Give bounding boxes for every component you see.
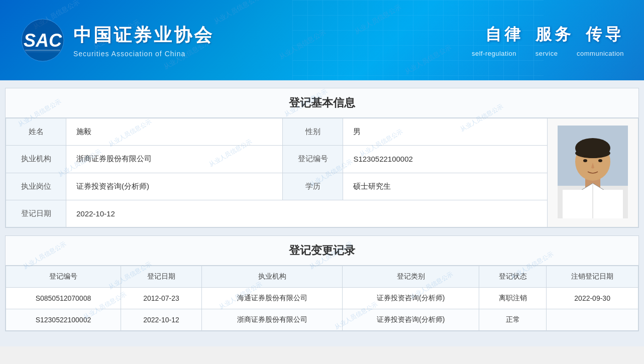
svg-point-10 <box>583 159 587 162</box>
col-reg-date: 登记日期 <box>121 266 201 288</box>
label-reg-no: 登记编号 <box>283 146 343 173</box>
value-institution: 浙商证券股份有限公司 <box>66 146 283 173</box>
change-records-section: 从业人员信息公示 从业人员信息公示 从业人员信息公示 从业人员信息公示 从业人员… <box>5 235 639 331</box>
value-position: 证券投资咨询(分析师) <box>66 173 283 200</box>
label-reg-date: 登记日期 <box>6 200 66 227</box>
table-cell: 2022-09-30 <box>547 288 638 309</box>
table-row: 执业岗位 证券投资咨询(分析师) 学历 硕士研究生 <box>6 173 638 200</box>
table-row: S12305221000022022-10-12浙商证券股份有限公司证券投资咨询… <box>6 309 638 331</box>
person-photo <box>558 126 628 218</box>
photo-cell <box>548 118 638 227</box>
label-gender: 性别 <box>283 118 343 146</box>
org-name-en: Securities Association of China <box>73 50 214 58</box>
label-education: 学历 <box>283 173 343 200</box>
table-row: S08505120700082012-07-23海通证券股份有限公司证券投资咨询… <box>6 288 638 309</box>
svg-point-11 <box>598 159 602 162</box>
value-gender: 男 <box>343 118 548 146</box>
watermark-item: 从业人员信息公示 <box>212 0 262 27</box>
label-institution: 执业机构 <box>6 146 66 173</box>
table-header-row: 登记编号 登记日期 执业机构 登记类别 登记状态 注销登记日期 <box>6 266 638 288</box>
slogan-en: self-regulation service communication <box>472 50 624 57</box>
svg-text:SAC: SAC <box>24 30 62 51</box>
records-table: 登记编号 登记日期 执业机构 登记类别 登记状态 注销登记日期 S0850512… <box>6 266 638 331</box>
basic-info-table: 姓名 施毅 性别 男 <box>6 118 638 227</box>
table-cell: 证券投资咨询(分析师) <box>343 309 479 331</box>
slogan-cn: 自律 服务 传导 <box>485 24 624 46</box>
header-left: SAC 中国证券业协会 Securities Association of Ch… <box>20 18 214 63</box>
table-cell: S1230522100002 <box>6 309 121 331</box>
value-name: 施毅 <box>66 118 283 146</box>
table-cell <box>547 309 638 331</box>
table-row: 登记日期 2022-10-12 <box>6 200 638 227</box>
col-reg-type: 登记类别 <box>343 266 479 288</box>
slogan-en-2: service <box>526 50 567 57</box>
basic-info-section: 从业人员信息公示 从业人员信息公示 从业人员信息公示 从业人员信息公示 从业人员… <box>5 88 639 228</box>
slogan-en-3: communication <box>577 50 624 57</box>
table-cell: 离职注销 <box>479 288 547 309</box>
slogan-cn-2: 服务 <box>535 24 574 46</box>
header-right: 自律 服务 传导 self-regulation service communi… <box>472 24 624 57</box>
org-name-cn: 中国证券业协会 <box>73 23 214 48</box>
slogan-cn-3: 传导 <box>586 24 624 46</box>
table-cell: 2022-10-12 <box>121 309 201 331</box>
col-reg-no: 登记编号 <box>6 266 121 288</box>
svg-point-9 <box>575 148 610 158</box>
table-cell: 海通证券股份有限公司 <box>202 288 343 309</box>
table-cell: 证券投资咨询(分析师) <box>343 288 479 309</box>
value-education: 硕士研究生 <box>343 173 548 200</box>
col-reg-status: 登记状态 <box>479 266 547 288</box>
sac-emblem: SAC <box>20 18 65 63</box>
table-cell: 浙商证券股份有限公司 <box>202 309 343 331</box>
value-reg-no: S1230522100002 <box>343 146 548 173</box>
org-name: 中国证券业协会 Securities Association of China <box>73 23 214 58</box>
basic-info-title: 登记基本信息 <box>6 88 638 118</box>
change-records-title: 登记变更记录 <box>6 236 638 266</box>
value-reg-date: 2022-10-12 <box>66 200 548 227</box>
table-cell: 2012-07-23 <box>121 288 201 309</box>
label-position: 执业岗位 <box>6 173 66 200</box>
page-header: 从业人员信息公示 从业人员信息公示 从业人员信息公示 从业人员信息公示 从业人员… <box>0 0 644 80</box>
slogan-en-1: self-regulation <box>472 50 516 57</box>
col-cancel-date: 注销登记日期 <box>547 266 638 288</box>
table-cell: 正常 <box>479 309 547 331</box>
main-content: 从业人员信息公示 从业人员信息公示 从业人员信息公示 从业人员信息公示 从业人员… <box>0 80 644 346</box>
label-name: 姓名 <box>6 118 66 146</box>
sac-logo: SAC 中国证券业协会 Securities Association of Ch… <box>20 18 214 63</box>
col-institution: 执业机构 <box>202 266 343 288</box>
slogan-cn-1: 自律 <box>485 24 523 46</box>
table-row: 姓名 施毅 性别 男 <box>6 118 638 146</box>
table-row: 执业机构 浙商证券股份有限公司 登记编号 S1230522100002 <box>6 146 638 173</box>
table-cell: S0850512070008 <box>6 288 121 309</box>
